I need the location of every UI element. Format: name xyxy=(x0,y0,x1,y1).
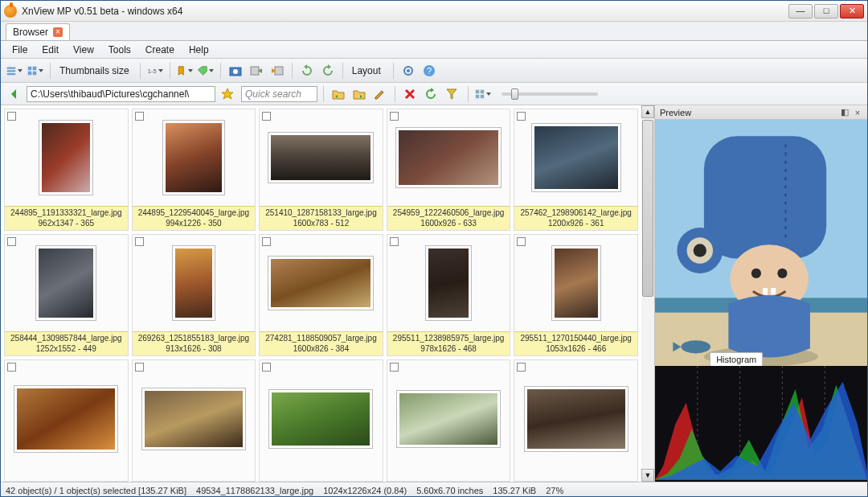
thumbnail-cell[interactable] xyxy=(4,359,129,482)
thumbnail-cell[interactable] xyxy=(259,359,383,482)
preview-image xyxy=(655,120,867,373)
thumb-checkbox[interactable] xyxy=(262,363,271,372)
thumb-filename: 274281_1188509057_large.jpg xyxy=(261,334,381,344)
scrollbar-thumb[interactable] xyxy=(642,120,653,297)
rotate-cw-button[interactable] xyxy=(319,62,337,80)
folder-back-button[interactable] xyxy=(330,85,347,103)
import-button[interactable] xyxy=(248,62,265,80)
thumb-image xyxy=(397,391,500,447)
filter-button[interactable] xyxy=(443,85,461,103)
thumb-checkbox[interactable] xyxy=(390,112,399,121)
info-panel: Properties Histogram ExifTool Categories xyxy=(655,348,867,482)
tab-histogram[interactable]: Histogram xyxy=(710,352,763,366)
thumb-caption: 244895_1229540045_large.jpg994x1226 - 35… xyxy=(133,206,256,230)
thumbnail-cell[interactable] xyxy=(514,359,638,482)
thumb-checkbox[interactable] xyxy=(262,237,271,246)
svg-rect-5 xyxy=(28,71,32,75)
thumbnail-cell[interactable]: 295511_1270150440_large.jpg1053x1626 - 4… xyxy=(514,234,638,356)
thumb-image xyxy=(268,257,373,310)
thumb-meta: 1252x1552 - 449 xyxy=(6,344,126,355)
thumbnail-cell[interactable]: 244895_1229540045_large.jpg994x1226 - 35… xyxy=(132,109,256,231)
nav-back-button[interactable] xyxy=(6,85,23,103)
svg-rect-24 xyxy=(704,136,826,258)
thumb-checkbox[interactable] xyxy=(135,237,144,246)
svg-text:1-5: 1-5 xyxy=(147,68,156,75)
preview-panel xyxy=(655,120,867,334)
svg-rect-11 xyxy=(275,67,283,75)
refresh-button[interactable] xyxy=(422,85,440,103)
thumb-checkbox[interactable] xyxy=(7,363,16,372)
svg-rect-6 xyxy=(33,71,37,75)
scroll-up-button[interactable]: ▲ xyxy=(641,105,654,118)
thumbnail-cell[interactable]: 257462_1298906142_large.jpg1200x926 - 36… xyxy=(514,109,638,231)
path-input[interactable]: C:\Users\thibaud\Pictures\cgchannel\ xyxy=(27,86,215,102)
camera-capture-button[interactable] xyxy=(227,62,244,80)
thumb-image xyxy=(396,128,501,187)
thumb-checkbox[interactable] xyxy=(517,363,526,372)
edit-path-button[interactable] xyxy=(371,85,389,103)
thumbnail-cell[interactable]: 295511_1238985975_large.jpg978x1626 - 46… xyxy=(387,234,511,356)
layout-label: Layout xyxy=(349,65,384,76)
thumbnail-cell[interactable]: 254959_1222460506_large.jpg1600x926 - 63… xyxy=(387,109,511,231)
view-list-button[interactable] xyxy=(6,62,23,80)
thumbnail-cell[interactable]: 274281_1188509057_large.jpg1600x826 - 38… xyxy=(259,234,383,356)
settings-button[interactable] xyxy=(399,62,417,80)
preview-undock-icon[interactable]: ◧ xyxy=(840,108,850,117)
tag-button[interactable] xyxy=(197,62,215,80)
view-grid-button[interactable] xyxy=(27,62,44,80)
thumbnail-cell[interactable]: 251410_1287158133_large.jpg1600x783 - 51… xyxy=(259,109,383,231)
thumbsize-label: Thumbnails size xyxy=(56,65,133,76)
thumb-checkbox[interactable] xyxy=(7,112,16,121)
bookmark-flag-button[interactable] xyxy=(176,62,194,80)
content-area: 244895_1191333321_large.jpg962x1347 - 36… xyxy=(1,105,867,482)
thumb-caption: 269263_1251855183_large.jpg913x1626 - 30… xyxy=(133,331,256,355)
menu-view[interactable]: View xyxy=(67,43,100,57)
thumb-filename: 269263_1251855183_large.jpg xyxy=(134,334,254,344)
window-title: XnView MP v0.51 beta - windows x64 xyxy=(22,6,788,17)
export-button[interactable] xyxy=(268,62,286,80)
thumb-filename: 244895_1229540045_large.jpg xyxy=(134,208,254,219)
rotate-ccw-button[interactable] xyxy=(298,62,316,80)
tab-close-icon[interactable]: × xyxy=(53,27,63,37)
menu-tools[interactable]: Tools xyxy=(102,43,137,57)
menu-create[interactable]: Create xyxy=(139,43,181,57)
thumbnail-cell[interactable]: 244895_1191333321_large.jpg962x1347 - 36… xyxy=(4,109,129,231)
menu-help[interactable]: Help xyxy=(182,43,215,57)
favorites-button[interactable] xyxy=(219,85,236,103)
scroll-down-button[interactable]: ▼ xyxy=(641,469,654,482)
vertical-scrollbar[interactable]: ▲ ▼ xyxy=(641,105,654,482)
thumb-caption: 251410_1287158133_large.jpg1600x783 - 51… xyxy=(260,206,383,230)
svg-rect-19 xyxy=(481,94,485,98)
thumbnail-cell[interactable]: 269263_1251855183_large.jpg913x1626 - 30… xyxy=(132,234,256,356)
menu-file[interactable]: File xyxy=(6,43,34,57)
thumbnail-cell[interactable] xyxy=(132,359,256,482)
tab-browser[interactable]: Browser × xyxy=(6,23,70,40)
menu-edit[interactable]: Edit xyxy=(35,43,65,57)
sort-button[interactable]: 1-5 xyxy=(146,62,164,80)
thumb-checkbox[interactable] xyxy=(7,237,16,246)
thumb-checkbox[interactable] xyxy=(135,112,144,121)
svg-rect-1 xyxy=(7,70,16,72)
thumb-size-slider[interactable] xyxy=(502,92,598,96)
view-mode-button[interactable] xyxy=(474,85,492,103)
close-button[interactable]: ✕ xyxy=(840,4,864,18)
maximize-button[interactable]: □ xyxy=(814,4,838,18)
folder-forward-button[interactable] xyxy=(350,85,368,103)
delete-button[interactable] xyxy=(401,85,419,103)
help-button[interactable]: ? xyxy=(420,62,438,80)
slider-knob[interactable] xyxy=(511,88,518,100)
svg-rect-16 xyxy=(476,89,480,93)
preview-close-icon[interactable]: × xyxy=(853,108,862,117)
quicksearch-input[interactable]: Quick search xyxy=(241,86,317,102)
thumbnail-cell[interactable]: 258444_1309857844_large.jpg1252x1552 - 4… xyxy=(4,234,129,356)
thumbnail-cell[interactable] xyxy=(387,359,511,482)
minimize-button[interactable]: — xyxy=(788,4,813,18)
thumb-meta: 978x1626 - 468 xyxy=(389,344,509,355)
svg-rect-18 xyxy=(476,94,480,98)
thumb-checkbox[interactable] xyxy=(517,237,526,246)
thumb-checkbox[interactable] xyxy=(390,237,399,246)
thumb-checkbox[interactable] xyxy=(517,112,526,121)
thumb-checkbox[interactable] xyxy=(390,363,399,372)
thumb-checkbox[interactable] xyxy=(262,112,271,121)
thumb-checkbox[interactable] xyxy=(135,363,144,372)
